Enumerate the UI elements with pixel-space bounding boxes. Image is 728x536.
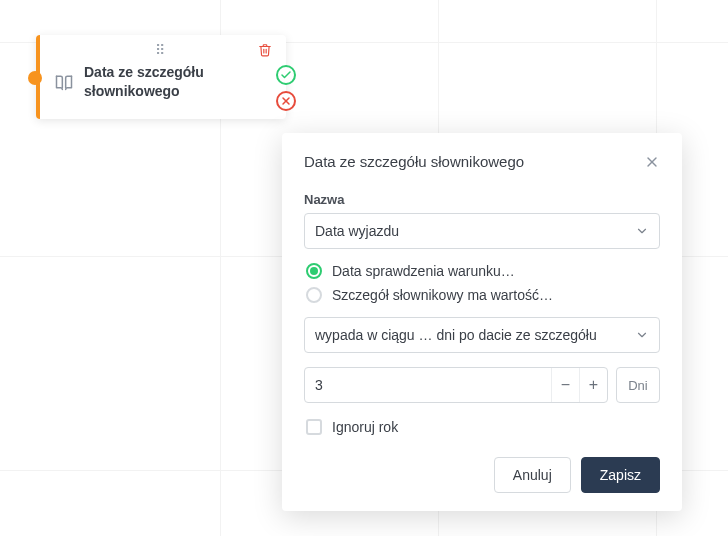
close-icon: [644, 154, 660, 170]
days-number-field: − +: [304, 367, 608, 403]
ignore-year-checkbox[interactable]: Ignoruj rok: [306, 419, 660, 435]
node-title: Data ze szczegółu słownikowego: [84, 63, 254, 101]
dictionary-icon: [54, 72, 74, 92]
radio-option-detail-value[interactable]: Szczegół słownikowy ma wartość…: [306, 287, 660, 303]
checkbox-indicator: [306, 419, 322, 435]
name-select-value: Data wyjazdu: [315, 223, 399, 239]
node-input-port[interactable]: [28, 71, 42, 85]
delete-node-button[interactable]: [258, 43, 272, 60]
drag-handle-icon[interactable]: ⠿: [155, 43, 167, 57]
cancel-button[interactable]: Anuluj: [494, 457, 571, 493]
decrement-button[interactable]: −: [551, 368, 579, 402]
outcome-success-port[interactable]: [276, 65, 296, 85]
x-icon: [280, 95, 292, 107]
check-icon: [280, 69, 292, 81]
radio-label: Data sprawdzenia warunku…: [332, 263, 515, 279]
days-input[interactable]: [305, 368, 551, 402]
name-select[interactable]: Data wyjazdu: [304, 213, 660, 249]
trash-icon: [258, 43, 272, 57]
minus-icon: −: [561, 376, 570, 394]
canvas: ⠿ Data ze szczegółu słownikowego: [0, 0, 728, 536]
timing-select-value: wypada w ciągu … dni po dacie ze szczegó…: [315, 327, 597, 343]
config-panel: Data ze szczegółu słownikowego Nazwa Dat…: [282, 133, 682, 511]
workflow-node[interactable]: ⠿ Data ze szczegółu słownikowego: [36, 35, 286, 119]
plus-icon: +: [589, 376, 598, 394]
condition-radio-group: Data sprawdzenia warunku… Szczegół słown…: [306, 263, 660, 303]
unit-label: Dni: [616, 367, 660, 403]
timing-select[interactable]: wypada w ciągu … dni po dacie ze szczegó…: [304, 317, 660, 353]
increment-button[interactable]: +: [579, 368, 607, 402]
radio-indicator: [306, 263, 322, 279]
name-field-label: Nazwa: [304, 192, 660, 207]
chevron-down-icon: [635, 328, 649, 342]
checkbox-label: Ignoruj rok: [332, 419, 398, 435]
chevron-down-icon: [635, 224, 649, 238]
radio-option-date-check[interactable]: Data sprawdzenia warunku…: [306, 263, 660, 279]
panel-title: Data ze szczegółu słownikowego: [304, 153, 524, 170]
radio-indicator: [306, 287, 322, 303]
radio-label: Szczegół słownikowy ma wartość…: [332, 287, 553, 303]
outcome-fail-port[interactable]: [276, 91, 296, 111]
save-button[interactable]: Zapisz: [581, 457, 660, 493]
close-panel-button[interactable]: [644, 154, 660, 170]
